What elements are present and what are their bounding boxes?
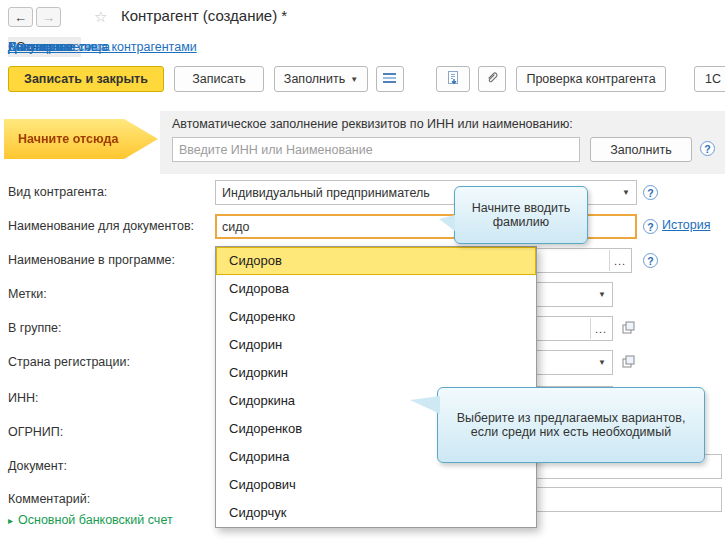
hint-type-surname-bubble: Начните вводить фамилию	[454, 186, 588, 244]
expand-triangle-icon: ▸	[8, 515, 13, 526]
save-button[interactable]: Записать	[174, 66, 264, 92]
main-bank-account-link[interactable]: ▸ Основной банковский счет	[8, 513, 173, 527]
dropdown-item[interactable]: Сидорчук	[216, 499, 536, 527]
spark-label: 1С	[705, 72, 721, 86]
autofill-fill-label: Заполнить	[610, 143, 671, 157]
hint-pick-variant-bubble: Выберите из предлагаемых вариантов, если…	[437, 387, 705, 463]
ellipsis-button[interactable]: ...	[609, 250, 630, 271]
list-lines-icon	[382, 71, 398, 88]
dropdown-item[interactable]: Сидорович	[216, 471, 536, 499]
group-label: В группе:	[8, 321, 61, 335]
chevron-down-icon[interactable]: ▼	[617, 182, 635, 203]
inn-or-name-input[interactable]	[172, 137, 580, 162]
fill-label: Заполнить	[284, 72, 345, 86]
start-here-label: Начните отсюда	[18, 132, 118, 146]
document-label: Документ:	[8, 459, 67, 473]
prog-name-help-icon[interactable]: ?	[643, 253, 658, 268]
favorite-star-icon[interactable]: ☆	[94, 8, 107, 26]
dropdown-item-selected[interactable]: Сидоров	[216, 247, 536, 275]
kind-help-icon[interactable]: ?	[643, 185, 658, 200]
prog-name-label: Наименование в программе:	[8, 253, 175, 267]
forward-icon: →	[42, 10, 55, 25]
autofill-fill-button[interactable]: Заполнить	[590, 137, 692, 162]
chevron-down-icon[interactable]: ▼	[593, 352, 611, 373]
doc-name-label: Наименование для документов:	[8, 219, 194, 233]
paperclip-icon	[485, 70, 500, 88]
inn-label: ИНН:	[8, 391, 39, 405]
save-close-button[interactable]: Записать и закрыть	[8, 66, 164, 92]
hint-pick-variant-text: Выберите из предлагаемых вариантов, если…	[448, 411, 694, 439]
bubble-tail	[439, 215, 455, 231]
kind-label: Вид контрагента:	[8, 185, 107, 199]
open-icon	[622, 355, 635, 371]
comment-label: Комментарий:	[8, 492, 90, 506]
country-open-button[interactable]	[618, 352, 638, 373]
start-here-callout: Начните отсюда	[4, 119, 158, 159]
back-icon: ←	[14, 10, 27, 25]
ogrnip-label: ОГРНИП:	[8, 425, 63, 439]
attachments-button[interactable]	[478, 66, 506, 92]
kind-value: Индивидуальный предприниматель	[222, 186, 430, 200]
chevron-down-icon[interactable]: ▼	[593, 284, 611, 305]
autofill-caption: Автоматическое заполнение реквизитов по …	[172, 117, 573, 131]
open-icon	[622, 321, 635, 337]
back-button[interactable]: ←	[8, 7, 33, 27]
hint-type-surname-text: Начните вводить фамилию	[465, 201, 577, 229]
dropdown-item[interactable]: Сидоркин	[216, 359, 536, 387]
spark-button[interactable]: 1С	[694, 66, 725, 92]
load-data-button[interactable]	[436, 66, 470, 92]
tags-label: Метки:	[8, 287, 47, 301]
page-title: Контрагент (создание) *	[121, 7, 287, 24]
section-tabs: Основное Документы Договоры Банковские с…	[8, 37, 81, 57]
history-link[interactable]: История	[662, 218, 710, 232]
save-close-label: Записать и закрыть	[24, 72, 148, 86]
dropdown-item[interactable]: Сидорин	[216, 331, 536, 359]
dropdown-item[interactable]: Сидорова	[216, 275, 536, 303]
doc-name-help-icon[interactable]: ?	[643, 219, 658, 234]
reports-button[interactable]	[376, 66, 404, 92]
document-arrow-icon	[445, 70, 461, 89]
save-label: Записать	[192, 72, 245, 86]
dropdown-item[interactable]: Сидоренко	[216, 303, 536, 331]
ellipsis-button[interactable]: ...	[590, 318, 611, 339]
counterparty-create-window: ← → ☆ Контрагент (создание) * Основное Д…	[0, 0, 725, 542]
autofill-help-icon[interactable]: ?	[700, 141, 715, 156]
group-open-button[interactable]	[618, 318, 638, 339]
check-counterparty-button[interactable]: Проверка контрагента	[516, 66, 666, 92]
fill-menu-button[interactable]: Заполнить ▼	[274, 66, 368, 92]
tab-settlement-accounts[interactable]: Счета расчетов с контрагентами	[8, 37, 197, 57]
bubble-tail	[410, 396, 440, 414]
main-bank-account-label: Основной банковский счет	[18, 513, 173, 527]
forward-button[interactable]: →	[36, 7, 61, 27]
check-counterparty-label: Проверка контрагента	[526, 72, 655, 86]
country-label: Страна регистрации:	[8, 355, 130, 369]
chevron-down-icon: ▼	[350, 75, 358, 84]
